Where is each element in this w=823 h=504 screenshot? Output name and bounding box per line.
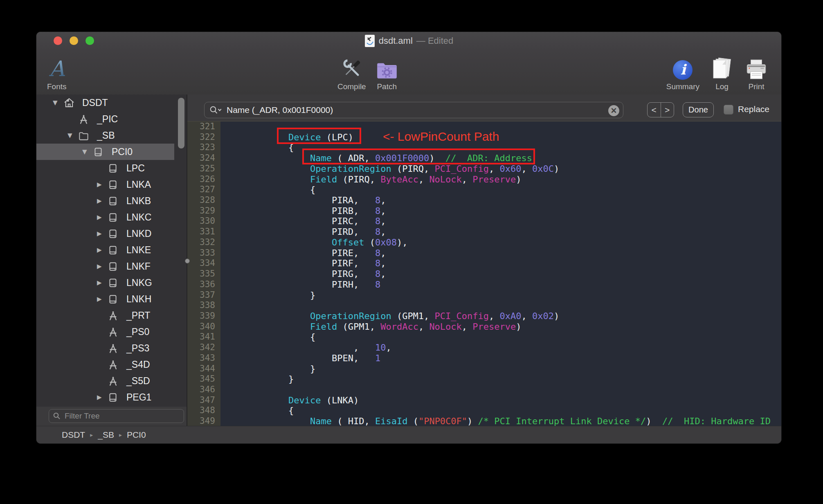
disclosure-triangle-icon[interactable]: ▶ (97, 181, 108, 188)
traffic-lights (54, 36, 94, 45)
tree-item-lnka[interactable]: ▶LNKA (36, 176, 174, 193)
code-line[interactable]: 329 PIRB, 8, (187, 206, 781, 216)
highlight-box-name-adr (302, 148, 535, 164)
title-edited-suffix: — Edited (416, 36, 454, 46)
find-previous-button[interactable]: < (648, 103, 661, 117)
minimize-button[interactable] (70, 36, 78, 45)
close-button[interactable] (54, 36, 62, 45)
tree-item-_s5d[interactable]: _S5D (36, 373, 174, 389)
line-number: 344 (187, 364, 220, 374)
line-number: 326 (187, 174, 220, 185)
tree-item-lnkf[interactable]: ▶LNKF (36, 258, 174, 274)
disclosure-triangle-icon[interactable]: ▼ (67, 132, 78, 139)
tree-item-lnke[interactable]: ▶LNKE (36, 242, 174, 258)
toolbar-button-log[interactable]: Log (711, 52, 733, 92)
line-number: 339 (187, 311, 220, 322)
code-line[interactable]: 339 OperationRegion (GPM1, PCI_Config, 0… (187, 311, 781, 322)
code-line[interactable]: 346 (187, 385, 781, 395)
line-number: 333 (187, 248, 220, 259)
zoom-button[interactable] (85, 36, 94, 45)
tree-item-lnkh[interactable]: ▶LNKH (36, 291, 174, 307)
code-line-content: PIRC, 8, (220, 216, 781, 227)
code-line[interactable]: 349 Name (_HID, EisaId ("PNP0C0F") /* PC… (187, 416, 781, 426)
tree-item-_ps3[interactable]: _PS3 (36, 340, 174, 356)
tree-item-label: LNKF (126, 261, 151, 272)
house-icon (63, 97, 76, 108)
tree-item-_sb[interactable]: ▼_SB (36, 127, 174, 144)
tree-item-lpc[interactable]: LPC (36, 160, 174, 176)
tree-item-label: _PS0 (126, 326, 149, 338)
code-line-content: Device (LNKA) (220, 395, 781, 406)
code-line[interactable]: 332 Offset (0x08), (187, 237, 781, 248)
line-number: 328 (187, 195, 220, 206)
breadcrumb-item-pci0[interactable]: PCI0 (127, 430, 146, 440)
disclosure-triangle-icon[interactable]: ▶ (97, 246, 108, 254)
clear-search-icon[interactable]: ✕ (608, 105, 619, 116)
filter-tree-field[interactable] (49, 409, 184, 423)
done-button[interactable]: Done (683, 102, 714, 117)
toolbar-button-patch[interactable]: Patch (375, 52, 399, 92)
tree-item-_pic[interactable]: _PIC (36, 111, 174, 127)
code-line[interactable]: 328 PIRA, 8, (187, 195, 781, 206)
code-line[interactable]: 333 PIRE, 8, (187, 248, 781, 259)
tree-item-pci0[interactable]: ▼PCI0 (36, 144, 174, 160)
code-line[interactable]: 326 Field (PIRQ, ByteAcc, NoLock, Preser… (187, 174, 781, 185)
device-icon (108, 179, 121, 190)
code-line[interactable]: 336 PIRH, 8 (187, 279, 781, 290)
disclosure-triangle-icon[interactable]: ▶ (97, 295, 108, 303)
find-next-button[interactable]: > (661, 103, 674, 117)
code-line[interactable]: 343 BPEN, 1 (187, 353, 781, 364)
tree-item-_s4d[interactable]: _S4D (36, 356, 174, 373)
search-input[interactable] (226, 105, 605, 115)
disclosure-triangle-icon[interactable]: ▼ (82, 148, 93, 155)
disclosure-triangle-icon[interactable]: ▶ (97, 279, 108, 286)
code-line[interactable]: 335 PIRG, 8, (187, 269, 781, 279)
filter-tree-input[interactable] (64, 411, 180, 421)
pane-splitter-handle[interactable] (185, 259, 190, 263)
tree-item-lnkd[interactable]: ▶LNKD (36, 225, 174, 242)
code-line[interactable]: 341 { (187, 332, 781, 342)
replace-checkbox[interactable] (724, 105, 733, 115)
code-line[interactable]: 344 } (187, 364, 781, 374)
code-line[interactable]: 331 PIRD, 8, (187, 227, 781, 237)
breadcrumb-item-_sb[interactable]: _SB (98, 430, 114, 440)
disclosure-triangle-icon[interactable]: ▼ (53, 99, 63, 106)
disclosure-triangle-icon[interactable]: ▶ (97, 197, 108, 205)
tree-item-lnkb[interactable]: ▶LNKB (36, 193, 174, 209)
code-line[interactable]: 334 PIRF, 8, (187, 258, 781, 269)
tree-item-lnkc[interactable]: ▶LNKC (36, 209, 174, 225)
code-line[interactable]: 327 { (187, 184, 781, 195)
toolbar-button-print[interactable]: Print (744, 52, 768, 92)
code-line[interactable]: 348 { (187, 405, 781, 416)
code-editor[interactable]: 321322 Device (LPC)323 {324 Name (_ADR, … (187, 122, 781, 426)
tree-item-label: _PIC (97, 114, 118, 125)
disclosure-triangle-icon[interactable]: ▶ (97, 230, 108, 237)
disclosure-triangle-icon[interactable]: ▶ (97, 263, 108, 270)
sidebar: ▼DSDT_PIC▼_SB▼PCI0LPC▶LNKA▶LNKB▶LNKC▶LNK… (36, 94, 187, 426)
disclosure-triangle-icon[interactable]: ▶ (97, 394, 108, 401)
code-line[interactable]: 342 , 10, (187, 342, 781, 353)
breadcrumb-item-dsdt[interactable]: DSDT (62, 430, 85, 440)
code-line-content: Field (PIRQ, ByteAcc, NoLock, Preserve) (220, 174, 781, 185)
sidebar-scrollbar-thumb[interactable] (178, 98, 184, 148)
code-line[interactable]: 337 } (187, 290, 781, 301)
code-line[interactable]: 330 PIRC, 8, (187, 216, 781, 227)
tree-item-lnkg[interactable]: ▶LNKG (36, 274, 174, 291)
tree-item-dsdt[interactable]: ▼DSDT (36, 94, 174, 111)
code-line[interactable]: 345 } (187, 374, 781, 385)
titlebar[interactable]: dsdt.aml — Edited (36, 32, 781, 50)
tree-item-_prt[interactable]: _PRT (36, 307, 174, 324)
toolbar-button-fonts[interactable]: AFonts (47, 52, 67, 92)
tree-item-_ps0[interactable]: _PS0 (36, 324, 174, 340)
tree-item-label: LNKD (126, 228, 151, 239)
code-line[interactable]: 338 (187, 300, 781, 311)
toolbar-button-summary[interactable]: iSummary (666, 52, 699, 92)
code-line[interactable]: 325 OperationRegion (PIRQ, PCI_Config, 0… (187, 164, 781, 174)
disclosure-triangle-icon[interactable]: ▶ (97, 214, 108, 221)
search-field[interactable]: ✕ (204, 102, 623, 118)
toolbar-button-compile[interactable]: Compile (337, 52, 366, 92)
code-line[interactable]: 340 Field (GPM1, WordAcc, NoLock, Preser… (187, 322, 781, 332)
highlight-box-device-lpc (277, 128, 361, 144)
tree-item-peg1[interactable]: ▶PEG1 (36, 389, 174, 405)
code-line[interactable]: 347 Device (LNKA) (187, 395, 781, 406)
